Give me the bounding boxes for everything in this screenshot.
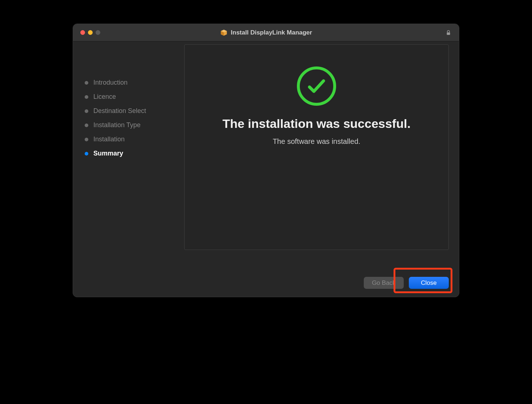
sidebar-item-label: Summary <box>93 150 123 157</box>
maximize-window-button <box>96 30 100 35</box>
sidebar-item-label: Introduction <box>93 79 128 86</box>
titlebar: Install DisplayLink Manager <box>73 24 459 41</box>
svg-rect-0 <box>447 32 450 35</box>
step-dot-icon <box>85 124 88 127</box>
sidebar-item-installation-type: Installation Type <box>85 118 184 132</box>
step-dot-icon <box>85 152 88 155</box>
step-dot-icon <box>85 138 88 141</box>
step-dot-icon <box>85 95 88 99</box>
package-icon <box>220 29 228 37</box>
traffic-lights <box>80 30 100 35</box>
body-container: The installation was completed successfu… <box>73 41 459 297</box>
sidebar-item-licence: Licence <box>85 90 184 104</box>
content-row: Introduction Licence Destination Select … <box>73 65 459 270</box>
sidebar: Introduction Licence Destination Select … <box>82 65 184 270</box>
sidebar-item-installation: Installation <box>85 132 184 146</box>
step-dot-icon <box>85 81 88 85</box>
sidebar-item-label: Licence <box>93 93 116 101</box>
lock-icon <box>445 29 452 36</box>
sidebar-item-introduction: Introduction <box>85 76 184 90</box>
sidebar-item-destination-select: Destination Select <box>85 104 184 118</box>
sidebar-item-label: Installation <box>93 136 125 143</box>
go-back-button[interactable]: Go Back <box>364 277 404 289</box>
footer: Go Back Close <box>73 270 459 297</box>
success-subtext: The software was installed. <box>273 137 360 146</box>
close-window-button[interactable] <box>80 30 85 35</box>
sidebar-item-label: Installation Type <box>93 121 141 129</box>
checkmark-icon <box>297 66 336 106</box>
window-title-container: Install DisplayLink Manager <box>220 29 312 37</box>
sidebar-item-label: Destination Select <box>93 107 146 115</box>
installer-window: Install DisplayLink Manager The installa… <box>73 24 459 297</box>
window-title: Install DisplayLink Manager <box>231 29 312 36</box>
success-heading: The installation was successful. <box>222 117 411 131</box>
step-dot-icon <box>85 109 88 113</box>
sidebar-item-summary: Summary <box>85 146 184 161</box>
close-button[interactable]: Close <box>409 277 449 289</box>
main-panel: The installation was successful. The sof… <box>184 44 449 250</box>
minimize-window-button[interactable] <box>88 30 93 35</box>
